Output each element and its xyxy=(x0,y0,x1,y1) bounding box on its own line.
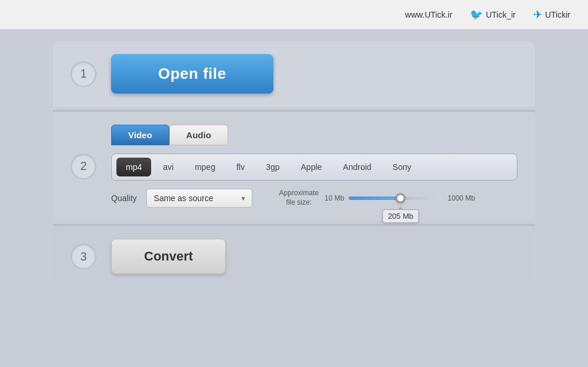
step3-row: 3 Convert xyxy=(53,226,535,287)
quality-label: Quality xyxy=(111,193,137,203)
top-bar: www.UTick.ir 🐦 UTick_ir ✈ UTickir xyxy=(0,0,588,29)
slider-track[interactable]: 205 Mb xyxy=(349,196,443,200)
format-btn-sony[interactable]: Sony xyxy=(383,158,421,176)
format-btn-avi[interactable]: avi xyxy=(153,158,183,176)
main-container: 1 Open file 2 Video Audio mp4avimpegflv3… xyxy=(53,41,535,291)
step3-number: 3 xyxy=(71,243,96,269)
format-btn-android[interactable]: Android xyxy=(333,158,380,176)
twitter-label: UTick_ir xyxy=(486,10,516,19)
step2-number: 2 xyxy=(71,154,96,179)
slider-tooltip: 205 Mb xyxy=(383,209,419,223)
step2-row: 2 Video Audio mp4avimpegflv3gpAppleAndro… xyxy=(53,112,535,221)
quality-select-wrapper: Same as source High Medium Low xyxy=(146,189,252,208)
twitter-icon: 🐦 xyxy=(470,8,483,21)
filesize-area: Approximatefile size: 10 Mb 205 Mb 1000 … xyxy=(279,189,475,207)
format-btn-flv[interactable]: flv xyxy=(227,158,254,176)
tab-video[interactable]: Video xyxy=(111,125,169,145)
website-text: www.UTick.ir xyxy=(405,10,452,19)
slider-max-label: 1000 Mb xyxy=(447,194,475,202)
step1-number: 1 xyxy=(71,61,96,87)
slider-min-label: 10 Mb xyxy=(325,194,344,202)
twitter-link: 🐦 UTick_ir xyxy=(470,8,516,21)
format-btn-3gp[interactable]: 3gp xyxy=(256,158,289,176)
format-btn-mp4[interactable]: mp4 xyxy=(116,158,151,176)
convert-button[interactable]: Convert xyxy=(111,239,226,274)
tab-audio[interactable]: Audio xyxy=(169,125,229,145)
filesize-label: Approximatefile size: xyxy=(279,189,319,207)
format-tabs: Video Audio xyxy=(111,125,517,145)
format-btn-mpeg[interactable]: mpeg xyxy=(185,158,225,176)
quality-row: Quality Same as source High Medium Low A… xyxy=(111,189,517,208)
format-bar: mp4avimpegflv3gpAppleAndroidSony xyxy=(111,154,517,181)
step2-content: Video Audio mp4avimpegflv3gpAppleAndroid… xyxy=(111,125,517,208)
telegram-link: ✈ UTickir xyxy=(533,8,570,21)
telegram-icon: ✈ xyxy=(533,8,542,21)
quality-select[interactable]: Same as source High Medium Low xyxy=(146,189,252,208)
website-link: www.UTick.ir xyxy=(405,10,452,19)
slider-filled xyxy=(349,196,400,200)
telegram-label: UTickir xyxy=(545,10,570,19)
slider-thumb[interactable] xyxy=(396,193,405,203)
step1-row: 1 Open file xyxy=(53,41,535,106)
slider-container: 10 Mb 205 Mb 1000 Mb xyxy=(325,194,475,202)
open-file-button[interactable]: Open file xyxy=(111,54,273,94)
format-btn-apple[interactable]: Apple xyxy=(292,158,332,176)
